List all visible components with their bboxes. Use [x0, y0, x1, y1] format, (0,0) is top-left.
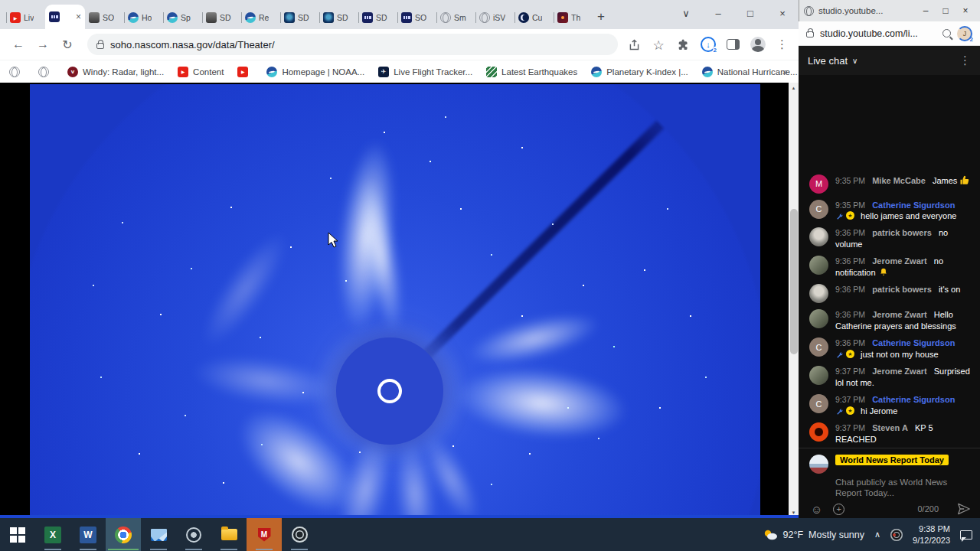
message-time: 9:36 PM [835, 228, 865, 237]
maximize-button[interactable]: □ [936, 5, 956, 16]
close-button[interactable]: × [956, 5, 975, 16]
taskbar-app[interactable] [282, 518, 317, 551]
streamer-ray [316, 103, 416, 369]
scroll-up-icon[interactable]: ▲ [792, 83, 796, 93]
browser-tab[interactable]: SO [397, 6, 436, 29]
add-icon[interactable]: + [833, 504, 844, 515]
browser-tab[interactable]: SD [358, 6, 397, 29]
chat-message[interactable]: C 9:36 PM Catherine Sigurdson ★ just not… [809, 337, 972, 360]
taskbar-app[interactable]: W [70, 518, 106, 551]
browser-tab[interactable]: SD [319, 6, 358, 29]
browser-menu-icon[interactable]: ⋮ [776, 37, 788, 51]
taskbar-app[interactable]: X [35, 518, 70, 551]
chat-message[interactable]: M 9:35 PM Mike McCabe ★ James [809, 174, 972, 194]
browser-tab[interactable]: × [45, 5, 85, 29]
bookmark-item[interactable]: Windy: Radar, light... [67, 67, 164, 77]
chat-message[interactable]: 9:36 PM Jerome Zwart ★ Hello Catherine p… [809, 309, 972, 331]
address-bar[interactable]: soho.nascom.nasa.gov/data/Theater/ [87, 34, 618, 55]
streamer-ray [420, 344, 662, 461]
obs-tray-icon[interactable] [890, 529, 903, 541]
taskbar-app[interactable]: M [247, 518, 282, 551]
download-icon[interactable]: ↓2 [701, 37, 716, 52]
minimize-button[interactable]: – [702, 8, 734, 19]
bookmark-item[interactable]: Homepage | NOAA... [266, 67, 364, 77]
taskbar-app[interactable] [0, 518, 35, 551]
message-time: 9:35 PM [835, 201, 865, 210]
url-text: soho.nascom.nasa.gov/data/Theater/ [110, 39, 275, 51]
taskbar-app[interactable] [211, 518, 247, 551]
emoji-picker-icon[interactable]: ☺ [811, 503, 822, 516]
own-channel-avatar[interactable] [809, 455, 828, 474]
scrollbar-thumb[interactable] [790, 209, 798, 354]
browser-tab[interactable]: Sm [436, 6, 475, 29]
bookmark-star-icon[interactable]: ☆ [652, 37, 665, 51]
taskbar-app[interactable] [141, 518, 176, 551]
bookmark-item[interactable] [38, 67, 54, 77]
minimize-button[interactable]: – [916, 5, 936, 16]
browser-tab[interactable]: SD [202, 6, 241, 29]
tab-label: Sp [181, 13, 191, 22]
chat-input[interactable]: Chat publicly as World News Report Today… [835, 477, 971, 499]
browser-tab[interactable]: iSV [475, 6, 514, 29]
chat-message[interactable]: 9:37 PM Jerome Zwart ★ Surprised lol not… [809, 366, 972, 388]
profile-avatar[interactable] [750, 37, 766, 52]
chat-message[interactable]: 9:37 PM Steven A ★ KP 5 REACHED [809, 422, 972, 445]
tray-overflow-chevron[interactable]: ∧ [874, 530, 880, 540]
close-button[interactable]: × [766, 8, 799, 19]
bookmark-item[interactable]: Live Flight Tracker... [378, 67, 472, 77]
chat-message[interactable]: 9:36 PM Jerome Zwart ★ no notification [809, 256, 972, 278]
share-icon[interactable] [627, 37, 641, 51]
page-scrollbar[interactable]: ▲ ▼ [789, 83, 799, 518]
tab-label: SO [415, 13, 426, 22]
chat-message[interactable]: 9:36 PM patrick bowers ★ it's on [809, 284, 972, 303]
chat-message[interactable]: 9:36 PM patrick bowers ★ no volume [809, 227, 972, 249]
action-center-icon[interactable] [960, 530, 972, 540]
bookmark-item[interactable]: Latest Earthquakes [486, 67, 577, 77]
back-button[interactable]: ← [8, 34, 29, 55]
bookmark-item[interactable]: Planetary K-index |... [591, 67, 688, 77]
forward-button[interactable]: → [32, 34, 54, 55]
browser-tab[interactable]: SO [85, 6, 124, 29]
bookmark-label: Planetary K-index |... [606, 67, 688, 77]
browser-tab[interactable]: Cu [514, 6, 554, 29]
browser-tab[interactable]: Sp [163, 6, 202, 29]
side-panel-icon[interactable] [727, 39, 740, 50]
taskbar-app[interactable] [106, 518, 141, 551]
extensions-puzzle-icon[interactable] [676, 37, 690, 51]
taskbar-clock[interactable]: 9:38 PM 9/12/2023 [913, 523, 950, 546]
bookmark-item[interactable] [237, 67, 253, 77]
tab-close-icon[interactable]: × [76, 12, 81, 21]
taskbar-app[interactable] [176, 518, 211, 551]
member-star-badge: ★ [846, 350, 854, 358]
bookmarks-overflow-icon[interactable]: » [782, 66, 788, 77]
message-time: 9:36 PM [835, 256, 865, 266]
chat-address-bar[interactable]: studio.youtube.com/li... J 2 [799, 21, 980, 46]
message-time: 9:35 PM [835, 176, 865, 185]
tab-label: Sm [454, 13, 466, 22]
message-author: Catherine Sigurdson [872, 338, 955, 347]
reload-button[interactable]: ↻ [57, 34, 78, 55]
browser-tab[interactable]: Th [554, 6, 593, 29]
tab-label: Cu [532, 13, 542, 22]
profile-sync-avatar[interactable]: J 2 [957, 26, 972, 41]
weather-widget[interactable]: 92°F Mostly sunny [763, 529, 865, 540]
new-tab-button[interactable]: + [597, 9, 605, 24]
chat-message[interactable]: C 9:37 PM Catherine Sigurdson ★ hi Jerom… [809, 394, 972, 416]
zoom-search-icon[interactable] [942, 29, 951, 37]
tab-search-chevron-icon[interactable]: ∨ [670, 8, 702, 19]
bookmark-item[interactable] [9, 67, 24, 77]
browser-tab[interactable]: SD [280, 6, 319, 29]
browser-tab[interactable]: Ho [124, 6, 163, 29]
weather-temp: 92°F [783, 530, 804, 540]
bookmarks-bar: Windy: Radar, light... Content [0, 60, 799, 83]
occulter-disk [336, 337, 443, 445]
chat-message[interactable]: C 9:35 PM Catherine Sigurdson ★ hello ja… [809, 200, 972, 222]
maximize-button[interactable]: □ [734, 8, 766, 19]
browser-tab[interactable]: Re [241, 6, 280, 29]
message-time: 9:37 PM [835, 367, 865, 376]
avatar [809, 422, 828, 442]
bookmark-item[interactable]: Content [178, 67, 224, 77]
browser-tab[interactable]: Liv [6, 6, 45, 29]
author-badges: ★ [835, 211, 854, 220]
send-icon[interactable] [957, 503, 971, 515]
